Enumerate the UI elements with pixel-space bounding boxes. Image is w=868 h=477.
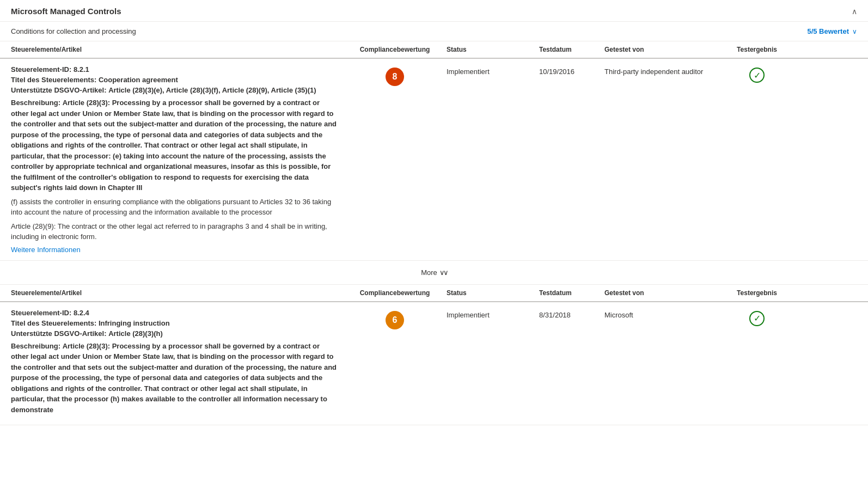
page-container: Microsoft Managed Controls ∧ Conditions … xyxy=(0,0,868,425)
entry-desc-2: Beschreibung: Article (28)(3): Processin… xyxy=(11,341,338,415)
col-header-compliance1: Compliancebewertung xyxy=(343,46,447,53)
entry-articles-1: Unterstützte DSGVO-Artikel: Article (28)… xyxy=(11,86,338,94)
check-icon-1: ✓ xyxy=(749,68,765,83)
col-header-testdatum2: Testdatum xyxy=(539,289,604,297)
entry-id-2: Steuerelement-ID: 8.2.4 xyxy=(11,309,338,317)
more-button[interactable]: More ∨∨ xyxy=(421,268,447,277)
entry-desc-1: Beschreibung: Article (28)(3): Processin… xyxy=(11,97,338,193)
collapse-chevron-icon[interactable]: ∧ xyxy=(852,7,857,16)
cell-status-2: Implementiert xyxy=(447,309,539,319)
section-header: Conditions for collection and processing… xyxy=(0,22,868,41)
col-header-getestet2: Getestet von xyxy=(604,289,724,297)
entry-extra2-1: Article (28)(9): The contract or the oth… xyxy=(11,221,338,242)
col-header-testdatum1: Testdatum xyxy=(539,46,604,53)
compliance-badge-2: 6 xyxy=(386,311,404,329)
table1-header: Steuerelemente/Artikel Compliancebewertu… xyxy=(0,41,868,59)
weitere-informationen-link[interactable]: Weitere Informationen xyxy=(11,246,81,254)
cell-main-1: Steuerelement-ID: 8.2.1 Titel des Steuer… xyxy=(11,65,343,254)
more-label: More xyxy=(421,268,437,277)
badge-chevron-icon[interactable]: ∨ xyxy=(852,28,857,35)
cell-testergebnis-1: ✓ xyxy=(724,65,790,83)
more-chevron-icon: ∨∨ xyxy=(439,268,447,277)
section-badge: 5/5 Bewertet ∨ xyxy=(807,27,857,35)
col-header-testergebnis2: Testergebnis xyxy=(724,289,790,297)
cell-testdatum-2: 8/31/2018 xyxy=(539,309,604,319)
page-title: Microsoft Managed Controls xyxy=(11,7,121,16)
cell-getestet-2: Microsoft xyxy=(604,309,724,319)
compliance-badge-1: 8 xyxy=(386,68,404,86)
entry-title-2: Titel des Steuerelements: Infringing ins… xyxy=(11,319,338,327)
col-header-getestet1: Getestet von xyxy=(604,46,724,53)
table2-header: Steuerelemente/Artikel Compliancebewertu… xyxy=(0,285,868,302)
col-header-testergebnis1: Testergebnis xyxy=(724,46,790,53)
section-title: Conditions for collection and processing xyxy=(11,27,136,35)
cell-main-2: Steuerelement-ID: 8.2.4 Titel des Steuer… xyxy=(11,309,343,419)
col-header-compliance2: Compliancebewertung xyxy=(343,289,447,297)
cell-getestet-1: Third-party independent auditor xyxy=(604,65,724,76)
entry-extra1-1: (f) assists the controller in ensuring c… xyxy=(11,197,338,218)
check-icon-2: ✓ xyxy=(749,311,765,326)
col-header-artikel1: Steuerelemente/Artikel xyxy=(11,46,343,53)
col-header-artikel2: Steuerelemente/Artikel xyxy=(11,289,343,297)
cell-compliance-2: 6 xyxy=(343,309,447,329)
entry-articles-2: Unterstützte DSGVO-Artikel: Article (28)… xyxy=(11,329,338,338)
entry-title-1: Titel des Steuerelements: Cooperation ag… xyxy=(11,76,338,84)
page-header: Microsoft Managed Controls ∧ xyxy=(0,0,868,22)
more-row: More ∨∨ xyxy=(0,261,868,285)
entry-id-1: Steuerelement-ID: 8.2.1 xyxy=(11,65,338,74)
col-header-status2: Status xyxy=(447,289,539,297)
cell-testdatum-1: 10/19/2016 xyxy=(539,65,604,76)
table-row-2: Steuerelement-ID: 8.2.4 Titel des Steuer… xyxy=(0,302,868,426)
table-row: Steuerelement-ID: 8.2.1 Titel des Steuer… xyxy=(0,59,868,261)
cell-compliance-1: 8 xyxy=(343,65,447,86)
cell-status-1: Implementiert xyxy=(447,65,539,76)
badge-text: 5/5 Bewertet xyxy=(807,27,849,35)
col-header-status1: Status xyxy=(447,46,539,53)
cell-testergebnis-2: ✓ xyxy=(724,309,790,326)
